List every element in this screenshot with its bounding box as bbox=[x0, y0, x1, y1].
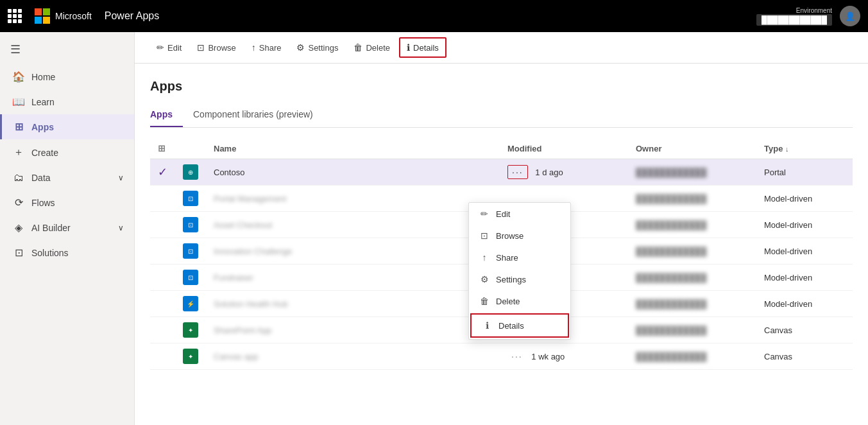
col-header-name[interactable]: Name bbox=[206, 138, 500, 159]
sidebar-toggle[interactable]: ☰ bbox=[0, 37, 134, 62]
model-icon-symbol-3: ⊡ bbox=[188, 221, 193, 229]
page-title: Apps bbox=[150, 79, 853, 94]
row-check-8 bbox=[150, 343, 175, 370]
sidebar-item-learn[interactable]: 📖 Learn bbox=[0, 89, 134, 114]
owner-blurred-2: ████████████ bbox=[636, 194, 707, 204]
delete-button[interactable]: 🗑 Delete bbox=[347, 39, 396, 56]
row-owner-5: ████████████ bbox=[628, 265, 756, 291]
sidebar-item-create[interactable]: ＋ Create bbox=[0, 139, 134, 166]
owner-blurred-5: ████████████ bbox=[636, 273, 707, 282]
tab-component-libraries-label: Component libraries (preview) bbox=[193, 109, 313, 119]
canvas-icon-symbol-7: ✦ bbox=[188, 327, 193, 334]
context-menu-browse[interactable]: ⊡ Browse bbox=[469, 225, 570, 247]
model-app-icon-3: ⊡ bbox=[183, 217, 198, 232]
edit-label: Edit bbox=[167, 43, 182, 53]
row-name-4: Innovation Challenge bbox=[206, 238, 500, 265]
context-delete-label: Delete bbox=[496, 297, 520, 306]
context-menu-edit[interactable]: ✏ Edit bbox=[469, 203, 570, 225]
more-options-button-highlighted[interactable]: ··· bbox=[507, 165, 528, 179]
details-icon: ℹ bbox=[407, 42, 410, 53]
details-button[interactable]: ℹ Details bbox=[399, 37, 447, 58]
environment-name: ████████████ bbox=[756, 14, 832, 26]
row-name-8: Canvas app bbox=[206, 343, 500, 370]
context-share-icon: ↑ bbox=[479, 252, 489, 263]
context-menu-delete[interactable]: 🗑 Delete bbox=[469, 290, 570, 312]
share-button[interactable]: ↑ Share bbox=[245, 39, 288, 56]
app-type-8: Canvas bbox=[764, 352, 792, 361]
context-details-icon: ℹ bbox=[482, 320, 492, 331]
col-header-type[interactable]: Type ↓ bbox=[756, 138, 853, 159]
table-header-row: ⊞ Name Modified Owner Type bbox=[150, 138, 853, 159]
browse-label: Browse bbox=[208, 43, 235, 53]
owner-blurred-1: ████████████ bbox=[636, 168, 707, 177]
owner-blurred-3: ████████████ bbox=[636, 220, 707, 230]
owner-blurred-4: ████████████ bbox=[636, 247, 707, 256]
browse-button[interactable]: ⊡ Browse bbox=[191, 39, 242, 56]
model-app-icon: ⊡ bbox=[183, 191, 198, 206]
sidebar-item-solutions[interactable]: ⊡ Solutions bbox=[0, 240, 134, 265]
environment-selector[interactable]: Environment ████████████ bbox=[756, 7, 832, 26]
canvas-icon-symbol-8: ✦ bbox=[188, 353, 193, 360]
model-icon-symbol-5: ⊡ bbox=[188, 274, 193, 281]
row-name-2: Portal Management bbox=[206, 186, 500, 212]
model-app-icon-4: ⊡ bbox=[183, 243, 198, 259]
home-icon: 🏠 bbox=[12, 71, 25, 83]
row-type-6: Model-driven bbox=[756, 291, 853, 317]
row-icon-8: ✦ bbox=[175, 343, 206, 370]
sidebar-item-home[interactable]: 🏠 Home bbox=[0, 64, 134, 89]
context-menu-details[interactable]: ℹ Details bbox=[470, 313, 569, 338]
row-icon-1: ⊕ bbox=[175, 159, 206, 186]
row-check-2 bbox=[150, 186, 175, 212]
app-name-blurred-3: Asset Checkout bbox=[214, 220, 272, 230]
row-check-5 bbox=[150, 265, 175, 291]
col-modified-label: Modified bbox=[507, 144, 541, 153]
row-check-1[interactable]: ✓ bbox=[150, 159, 175, 186]
app-name-blurred-5: Fundraiser bbox=[214, 273, 253, 282]
lightning-app-icon: ⚡ bbox=[183, 296, 198, 311]
col-header-owner[interactable]: Owner bbox=[628, 138, 756, 159]
row-name-5: Fundraiser bbox=[206, 265, 500, 291]
owner-blurred-8: ████████████ bbox=[636, 352, 707, 361]
col-name-label: Name bbox=[214, 144, 236, 153]
row-type-8: Canvas bbox=[756, 343, 853, 370]
tab-apps[interactable]: Apps bbox=[150, 104, 183, 127]
col-header-modified[interactable]: Modified bbox=[500, 138, 628, 159]
modified-date-8: 1 wk ago bbox=[531, 352, 565, 361]
top-nav-right: Environment ████████████ 👤 bbox=[756, 6, 860, 26]
settings-icon: ⚙ bbox=[296, 42, 305, 53]
lightning-icon-symbol: ⚡ bbox=[187, 300, 194, 308]
row-type-2: Model-driven bbox=[756, 186, 853, 212]
row-owner-3: ████████████ bbox=[628, 212, 756, 238]
app-name-blurred-4: Innovation Challenge bbox=[214, 247, 292, 256]
waffle-menu[interactable] bbox=[8, 9, 22, 23]
tab-component-libraries[interactable]: Component libraries (preview) bbox=[193, 104, 323, 127]
user-avatar[interactable]: 👤 bbox=[840, 6, 860, 26]
row-check-7 bbox=[150, 317, 175, 343]
context-menu-share[interactable]: ↑ Share bbox=[469, 247, 570, 268]
app-type-6: Model-driven bbox=[764, 299, 812, 309]
row-icon-3: ⊡ bbox=[175, 212, 206, 238]
context-menu-settings[interactable]: ⚙ Settings bbox=[469, 268, 570, 290]
settings-button[interactable]: ⚙ Settings bbox=[290, 39, 345, 56]
context-share-label: Share bbox=[496, 253, 518, 263]
row-owner-4: ████████████ bbox=[628, 238, 756, 265]
edit-button[interactable]: ✏ Edit bbox=[150, 39, 188, 56]
sidebar-item-flows[interactable]: ⟳ Flows bbox=[0, 190, 134, 215]
table-row[interactable]: ✓ ⊕ Contoso ··· 1 d ago bbox=[150, 159, 853, 186]
toolbar: ✏ Edit ⊡ Browse ↑ Share ⚙ Settings 🗑 Del… bbox=[135, 32, 868, 64]
more-options-button-8[interactable]: ··· bbox=[507, 350, 527, 363]
sidebar-item-data[interactable]: 🗂 Data ∨ bbox=[0, 166, 134, 190]
row-owner-1: ████████████ bbox=[628, 159, 756, 186]
ai-chevron-icon: ∨ bbox=[118, 223, 124, 232]
row-icon-4: ⊡ bbox=[175, 238, 206, 265]
type-sort-icon: ↓ bbox=[785, 145, 789, 153]
table-row[interactable]: ✦ Canvas app ··· 1 wk ago ████████████ bbox=[150, 343, 853, 370]
sidebar-item-ai-builder[interactable]: ◈ AI Builder ∨ bbox=[0, 215, 134, 240]
tab-apps-label: Apps bbox=[150, 109, 173, 119]
row-check-4 bbox=[150, 238, 175, 265]
app-type-3: Model-driven bbox=[764, 220, 812, 230]
row-owner-2: ████████████ bbox=[628, 186, 756, 212]
create-icon: ＋ bbox=[12, 146, 25, 159]
sidebar-item-apps[interactable]: ⊞ Apps bbox=[0, 114, 134, 139]
row-check-6 bbox=[150, 291, 175, 317]
